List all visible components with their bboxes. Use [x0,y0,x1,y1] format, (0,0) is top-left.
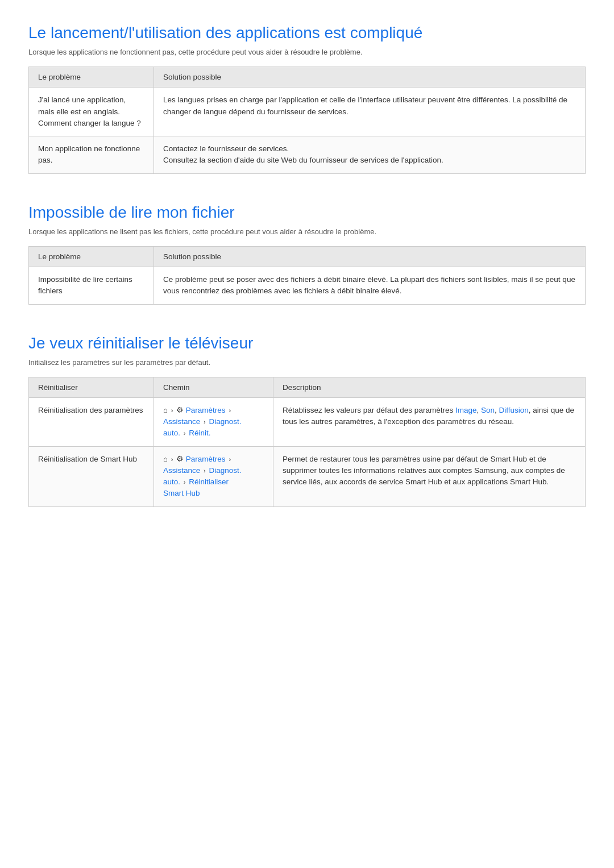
file-table: Le problème Solution possible Impossibil… [28,246,586,305]
file-row1-problem: Impossibilité de lire certains fichiers [29,267,154,305]
reset-row2-path: ⌂ › ⚙ Paramètres › Assistance › Diagnost… [154,446,273,506]
reset-row2-reset: Réinitialisation de Smart Hub [29,446,154,506]
reset-col-reset: Réinitialiser [29,377,154,397]
reset-row1-reset: Réinitialisation des paramètres [29,397,154,446]
chevron-icon: › [171,455,173,464]
reset-col-desc: Description [273,377,586,397]
settings-icon: ⚙ [176,455,184,463]
apps-row1-solution: Les langues prises en charge par l'appli… [154,88,586,136]
reset-row2-desc: Permet de restaurer tous les paramètres … [273,446,586,506]
apps-row2-problem: Mon application ne fonctionne pas. [29,136,154,174]
apps-row1-problem: J'ai lancé une application,mais elle est… [29,88,154,136]
reset-row1-desc: Rétablissez les valeurs par défaut des p… [273,397,586,446]
section-file: Impossible de lire mon fichier Lorsque l… [28,202,586,305]
path-link-assistance[interactable]: Assistance [163,417,200,426]
section-reset-subtitle: Initialisez les paramètres sur les param… [28,358,586,367]
table-row: Réinitialisation de Smart Hub ⌂ › ⚙ Para… [29,446,586,506]
apps-row2-solution: Contactez le fournisseur de services.Con… [154,136,586,174]
path-link-assistance2[interactable]: Assistance [163,466,200,475]
home-icon: ⌂ [163,405,168,416]
path-link-reinit[interactable]: Réinit. [189,429,210,437]
chevron-icon: › [184,477,186,487]
section-apps-title: Le lancement/l'utilisation des applicati… [28,23,586,43]
section-apps-subtitle: Lorsque les applications ne fonctionnent… [28,48,586,56]
path-link-parametres2[interactable]: Paramètres [186,455,226,463]
table-row: Réinitialisation des paramètres ⌂ › ⚙ Pa… [29,397,586,446]
link-diffusion[interactable]: Diffusion [499,406,529,414]
apps-col-solution: Solution possible [154,67,586,88]
path-link-auto[interactable]: auto. [163,429,180,437]
apps-table: Le problème Solution possible J'ai lancé… [28,67,586,173]
table-row: Impossibilité de lire certains fichiers … [29,267,586,305]
chevron-icon: › [229,406,231,416]
section-file-subtitle: Lorsque les applications ne lisent pas l… [28,227,586,236]
file-row1-solution: Ce problème peut se poser avec des fichi… [154,267,586,305]
table-row: Mon application ne fonctionne pas. Conta… [29,136,586,174]
link-image[interactable]: Image [455,406,477,414]
chevron-icon: › [204,417,206,427]
reset-col-path: Chemin [154,377,273,397]
section-reset-title: Je veux réinitialiser le téléviseur [28,333,586,354]
file-col-problem: Le problème [29,247,154,267]
path-link-auto2[interactable]: auto. [163,477,180,486]
chevron-icon: › [184,429,186,438]
table-row: J'ai lancé une application,mais elle est… [29,88,586,136]
chevron-icon: › [204,466,206,476]
link-son[interactable]: Son [481,406,495,414]
reset-table: Réinitialiser Chemin Description Réiniti… [28,377,586,507]
section-reset: Je veux réinitialiser le téléviseur Init… [28,333,586,507]
path-link-parametres[interactable]: Paramètres [186,406,226,414]
reset-row1-path: ⌂ › ⚙ Paramètres › Assistance › Diagnost… [154,397,273,446]
home-icon: ⌂ [163,454,168,465]
path-link-diagnost2[interactable]: Diagnost. [209,466,241,475]
path-link-diagnost[interactable]: Diagnost. [209,417,241,426]
chevron-icon: › [229,455,231,464]
section-file-title: Impossible de lire mon fichier [28,202,586,223]
chevron-icon: › [171,406,173,416]
apps-col-problem: Le problème [29,67,154,88]
section-apps: Le lancement/l'utilisation des applicati… [28,23,586,174]
file-col-solution: Solution possible [154,247,586,267]
settings-icon: ⚙ [176,406,184,414]
